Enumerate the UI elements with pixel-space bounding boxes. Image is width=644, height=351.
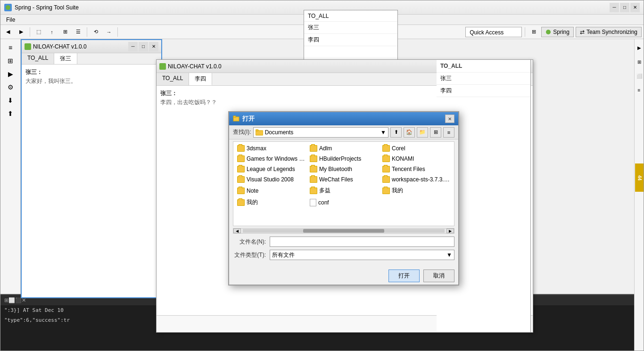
folder-icon-konami: [382, 155, 390, 162]
file-item-hbuilder[interactable]: HBuilderProjects: [308, 154, 380, 163]
file-grid: 3dsmax Adlm Corel Games for Windows - LI…: [233, 142, 454, 210]
folder-icon-lol: [237, 166, 245, 172]
file-item-adlm[interactable]: Adlm: [308, 144, 380, 153]
scrollbar-track[interactable]: [243, 229, 445, 233]
sts-window: Spring - Spring Tool Suite ─ □ ✕ File ◀ …: [0, 0, 644, 351]
file-item-wechat[interactable]: WeChat Files: [308, 175, 380, 184]
filetype-select[interactable]: 所有文件 ▼: [270, 250, 454, 260]
dialog-nav-home-btn[interactable]: 🏠: [404, 127, 415, 138]
dialog-action-btns: 打开 取消: [229, 269, 458, 282]
dialog-toolbar: 查找(I): Documents ▼ ⬆ 🏠 📁 ⊞ ≡: [229, 125, 458, 139]
folder-icon-note: [237, 188, 245, 194]
scrollbar-thumb[interactable]: [303, 229, 384, 233]
dialog-close-btn[interactable]: ✕: [445, 114, 454, 123]
file-item-conf[interactable]: conf: [308, 197, 380, 208]
file-item-duoyi[interactable]: 多益: [308, 185, 380, 196]
file-item-wode1[interactable]: 我的: [380, 185, 452, 196]
folder-icon-workspace: [382, 176, 390, 183]
folder-icon-wechat: [310, 176, 317, 183]
folder-icon-duoyi: [310, 188, 317, 194]
look-in-label: 查找(I):: [233, 128, 251, 136]
file-item-corel[interactable]: Corel: [380, 144, 452, 153]
folder-icon-corel: [382, 145, 390, 152]
file-item-bluetooth[interactable]: My Bluetooth: [308, 164, 380, 174]
svg-rect-5: [256, 130, 258, 131]
folder-icon-bluetooth: [310, 166, 317, 172]
file-item-note[interactable]: Note: [235, 185, 307, 196]
dialog-bottom: 文件名(N): 文件类型(T): 所有文件 ▼: [229, 234, 458, 266]
filename-input[interactable]: [270, 237, 454, 247]
folder-icon-wode2: [237, 199, 245, 206]
folder-icon-tencent: [382, 166, 390, 172]
file-item-3dsmax[interactable]: 3dsmax: [235, 144, 307, 153]
dialog-overlay: 打开 ✕ 查找(I): Documents ▼ ⬆: [0, 0, 644, 351]
folder-icon-dialog: [256, 129, 263, 136]
file-open-dialog: 打开 ✕ 查找(I): Documents ▼ ⬆: [228, 111, 459, 286]
filetype-label: 文件类型(T):: [233, 251, 266, 259]
dialog-scrollbar[interactable]: ◀ ▶: [233, 228, 454, 234]
dialog-nav-up-btn[interactable]: ⬆: [390, 127, 402, 138]
dialog-open-btn[interactable]: 打开: [388, 269, 420, 282]
filetype-row: 文件类型(T): 所有文件 ▼: [233, 250, 454, 260]
scrollbar-right-btn[interactable]: ▶: [446, 229, 454, 233]
folder-icon-wode1: [382, 188, 390, 194]
dialog-nav-newfolder-btn[interactable]: 📁: [417, 127, 428, 138]
dialog-cancel-btn[interactable]: 取消: [423, 269, 454, 282]
dialog-view-list-btn[interactable]: ⊞: [430, 127, 441, 138]
file-item-vs2008[interactable]: Visual Studio 2008: [235, 175, 307, 184]
look-in-select[interactable]: Documents ▼: [253, 127, 388, 138]
dialog-file-area[interactable]: 3dsmax Adlm Corel Games for Windows - LI…: [233, 141, 454, 226]
folder-icon-3dsmax: [237, 145, 245, 152]
svg-rect-3: [233, 116, 236, 117]
scrollbar-left-btn[interactable]: ◀: [233, 229, 241, 233]
file-icon-conf: [310, 199, 316, 206]
file-item-tencent[interactable]: Tencent Files: [380, 164, 452, 174]
folder-icon-hbuilder: [310, 155, 317, 162]
dialog-view-detail-btn[interactable]: ≡: [443, 127, 454, 138]
file-item-workspace[interactable]: workspace-sts-3.7.3.RELEASE: [380, 175, 452, 184]
file-item-wode2[interactable]: 我的: [235, 197, 307, 208]
file-item-konami[interactable]: KONAMI: [380, 154, 452, 163]
folder-icon-adlm: [310, 145, 317, 152]
file-item-lol[interactable]: League of Legends: [235, 164, 307, 174]
dialog-title: 打开: [242, 114, 255, 123]
filename-label: 文件名(N):: [233, 238, 266, 246]
dialog-titlebar: 打开 ✕: [229, 112, 458, 125]
filename-row: 文件名(N):: [233, 237, 454, 247]
file-item-games[interactable]: Games for Windows - LIVE Demos: [235, 154, 307, 163]
folder-icon-games: [237, 155, 245, 162]
dialog-icon: [233, 115, 239, 122]
folder-icon-vs2008: [237, 176, 245, 183]
